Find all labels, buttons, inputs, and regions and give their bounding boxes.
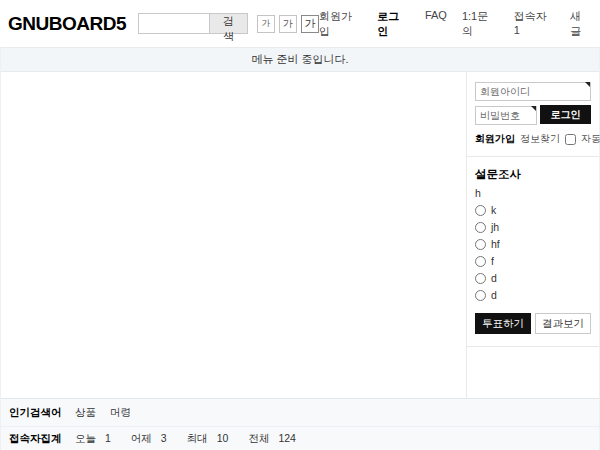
divider <box>467 346 599 347</box>
search-box: 검색 <box>138 13 248 34</box>
join-link[interactable]: 회원가입 <box>475 132 515 146</box>
poll-radio[interactable] <box>475 239 486 250</box>
top-nav: 회원가입 로그인 FAQ 1:1문의 접속자 1 새글 <box>319 9 592 39</box>
sidebar: 로그인 회원가입 정보찾기 자동로그인 설문조사 h k <box>466 72 599 398</box>
poll-option-label: hf <box>491 238 500 250</box>
poll-question: h <box>475 187 591 199</box>
keyword-link[interactable]: 상품 <box>75 406 96 420</box>
search-input[interactable] <box>138 13 210 34</box>
poll-option[interactable]: f <box>475 255 591 267</box>
poll-option[interactable]: d <box>475 272 591 284</box>
poll-radio[interactable] <box>475 273 486 284</box>
menu-placeholder-bar: 메뉴 준비 중입니다. <box>1 47 599 72</box>
nav-faq[interactable]: FAQ <box>425 9 447 39</box>
poll-option[interactable]: d <box>475 289 591 301</box>
stat-yesterday: 어제 3 <box>131 432 167 446</box>
vote-button[interactable]: 투표하기 <box>475 313 531 334</box>
poll-option[interactable]: k <box>475 204 591 216</box>
poll-radio[interactable] <box>475 205 486 216</box>
stat-total: 전체 124 <box>248 432 296 446</box>
required-marker-icon <box>531 106 536 111</box>
keyword-link[interactable]: 머령 <box>110 406 131 420</box>
poll-title: 설문조사 <box>475 167 591 182</box>
poll-option-label: f <box>491 255 494 267</box>
poll-option[interactable]: jh <box>475 221 591 233</box>
poll-radio[interactable] <box>475 222 486 233</box>
poll-option-label: k <box>491 204 496 216</box>
auto-login-checkbox[interactable] <box>565 134 576 145</box>
required-marker-icon <box>585 82 590 87</box>
header: GNUBOARD5 검색 가 가 가 회원가입 로그인 FAQ 1:1문의 접속… <box>0 0 600 47</box>
font-larger-button[interactable]: 가 <box>301 15 319 33</box>
poll-radio[interactable] <box>475 290 486 301</box>
member-id-input[interactable] <box>475 82 591 101</box>
stat-max: 최대 10 <box>187 432 229 446</box>
font-smaller-button[interactable]: 가 <box>257 15 275 33</box>
poll-radio[interactable] <box>475 256 486 267</box>
poll-box: 설문조사 h k jh hf f <box>475 157 591 347</box>
nav-connect[interactable]: 접속자 1 <box>514 9 556 39</box>
main-empty-area <box>1 72 466 398</box>
content-area: 로그인 회원가입 정보찾기 자동로그인 설문조사 h k <box>1 72 599 398</box>
login-button[interactable]: 로그인 <box>540 105 591 124</box>
font-size-buttons: 가 가 가 <box>257 15 319 33</box>
search-button[interactable]: 검색 <box>209 13 248 34</box>
nav-new[interactable]: 새글 <box>570 9 592 39</box>
login-box: 로그인 회원가입 정보찾기 자동로그인 <box>475 81 591 157</box>
nav-qa[interactable]: 1:1문의 <box>462 9 499 39</box>
poll-option-label: d <box>491 289 497 301</box>
visitor-stats-label: 접속자집계 <box>9 432 75 446</box>
nav-login[interactable]: 로그인 <box>377 9 410 39</box>
nav-register[interactable]: 회원가입 <box>319 9 362 39</box>
poll-results-button[interactable]: 결과보기 <box>535 313 591 334</box>
poll-option-label: d <box>491 272 497 284</box>
stat-today: 오늘 1 <box>75 432 111 446</box>
poll-option-label: jh <box>491 221 499 233</box>
visitor-stats-row: 접속자집계 오늘 1 어제 3 최대 10 전체 124 <box>1 426 599 450</box>
popular-keywords-row: 인기검색어 상품 머령 <box>1 398 599 426</box>
auto-login-label: 자동로그인 <box>581 132 600 146</box>
font-reset-button[interactable]: 가 <box>279 15 297 33</box>
page-container: 메뉴 준비 중입니다. 로그인 회원가입 정 <box>0 47 600 450</box>
poll-option[interactable]: hf <box>475 238 591 250</box>
password-input[interactable] <box>475 106 537 125</box>
popular-keywords-label: 인기검색어 <box>9 406 75 420</box>
find-info-link[interactable]: 정보찾기 <box>520 132 560 146</box>
site-logo[interactable]: GNUBOARD5 <box>8 13 126 35</box>
